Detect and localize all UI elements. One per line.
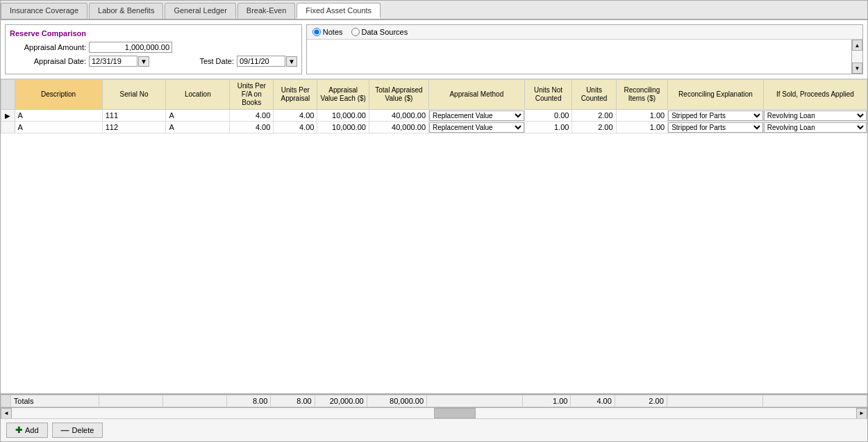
notes-textarea[interactable] (307, 40, 851, 74)
scroll-right-button[interactable]: ► (856, 408, 867, 419)
appraisal-date-row: Appraisal Date: ▼ Test Date: ▼ (10, 56, 297, 67)
add-button[interactable]: ✚ Add (6, 423, 48, 438)
appraisal-date-picker-button[interactable]: ▼ (138, 56, 149, 67)
totals-units-counted-cell: 4.00 (571, 395, 615, 407)
reserve-comparison-panel: Reserve Comparison Appraisal Amount: App… (5, 24, 302, 74)
cell-units-fa[interactable]: 4.00 (230, 122, 274, 133)
cell-serial[interactable]: 112 (102, 122, 166, 133)
cell-units-counted[interactable]: 2.00 (572, 122, 616, 133)
cell-total-appraised[interactable]: 40,000.00 (369, 122, 428, 133)
test-date-input[interactable] (237, 56, 285, 67)
totals-table: Totals 8.00 8.00 20,000.00 80,000.00 1.0… (1, 395, 867, 407)
appraisal-method-select[interactable]: Replacement Value (429, 110, 524, 121)
test-date-label: Test Date: (158, 57, 234, 65)
cell-appraisal-value-each[interactable]: 10,000.00 (317, 122, 369, 133)
reconciling-explanation-select[interactable]: Stripped for Parts (668, 122, 763, 133)
cell-units-not-counted[interactable]: 0.00 (524, 110, 572, 122)
cell-units-counted[interactable]: 2.00 (572, 110, 616, 122)
cell-location[interactable]: A (166, 122, 230, 133)
cell-reconciling-items[interactable]: 1.00 (616, 122, 668, 133)
table-wrapper[interactable]: Description Serial No Location Units Per… (1, 79, 867, 393)
table-row: ▶ A 111 A 4.00 4.00 10,000.00 40,000.00 … (1, 110, 867, 122)
data-sources-radio[interactable] (351, 28, 360, 36)
horizontal-scrollbar: ◄ ► (1, 407, 867, 418)
tab-bar: Insurance Coverage Labor & Benefits Gene… (1, 1, 867, 20)
notes-label: Notes (323, 28, 343, 36)
col-location-header: Location (166, 80, 230, 110)
row-arrow: ▶ (1, 110, 15, 122)
notes-header: Notes Data Sources (307, 25, 862, 40)
notes-panel: Notes Data Sources ▲ ▼ (306, 24, 863, 74)
col-units-appraisal-header: Units Per Appraisal (274, 80, 317, 110)
cell-reconciling-items[interactable]: 1.00 (616, 110, 668, 122)
scrollbar-up-button[interactable]: ▲ (852, 40, 862, 51)
tab-labor-benefits[interactable]: Labor & Benefits (89, 3, 163, 19)
col-reconciling-explanation-header: Reconciling Explanation (668, 80, 764, 110)
delete-button[interactable]: — Delete (52, 423, 103, 438)
top-section: Reserve Comparison Appraisal Amount: App… (1, 20, 867, 79)
col-reconciling-items-header: Reconciling Items ($) (616, 80, 668, 110)
test-date-picker-button[interactable]: ▼ (286, 56, 297, 67)
cell-if-sold[interactable]: Revolving Loan (763, 122, 867, 133)
tab-general-ledger[interactable]: General Ledger (165, 3, 235, 19)
app-container: Insurance Coverage Labor & Benefits Gene… (0, 0, 868, 442)
cell-reconciling-explanation[interactable]: Stripped for Parts (668, 122, 764, 133)
reserve-comparison-label: Reserve Comparison (10, 29, 297, 38)
col-indicator-header (1, 80, 15, 110)
test-date-wrapper: ▼ (237, 56, 297, 67)
cell-if-sold[interactable]: Revolving Loan (763, 110, 867, 122)
delete-icon: — (61, 425, 69, 435)
appraisal-date-input[interactable] (89, 56, 137, 67)
notes-radio[interactable] (312, 28, 321, 36)
tab-break-even[interactable]: Break-Even (237, 3, 295, 19)
cell-units-appraisal[interactable]: 4.00 (274, 122, 317, 133)
scroll-left-button[interactable]: ◄ (1, 408, 12, 419)
totals-units-not-counted-cell: 1.00 (523, 395, 571, 407)
cell-serial[interactable]: 111 (102, 110, 166, 122)
tab-fixed-asset-counts[interactable]: Fixed Asset Counts (297, 3, 381, 19)
cell-reconciling-explanation[interactable]: Stripped for Parts (668, 110, 764, 122)
cell-units-not-counted[interactable]: 1.00 (524, 122, 572, 133)
totals-reconciling-explanation-cell (667, 395, 762, 407)
reconciling-explanation-select[interactable]: Stripped for Parts (668, 110, 763, 121)
appraisal-amount-input[interactable] (89, 42, 172, 53)
totals-if-sold-cell (763, 395, 867, 407)
notes-radio-label[interactable]: Notes (312, 28, 343, 36)
notes-content: ▲ ▼ (307, 40, 862, 74)
if-sold-select[interactable]: Revolving Loan (764, 110, 867, 121)
scrollbar-down-button[interactable]: ▼ (852, 63, 862, 74)
cell-appraisal-method[interactable]: Replacement Value (429, 110, 525, 122)
appraisal-amount-label: Appraisal Amount: (10, 43, 86, 51)
table-row: A 112 A 4.00 4.00 10,000.00 40,000.00 Re… (1, 122, 867, 133)
scroll-track[interactable] (12, 408, 856, 418)
scrollbar-track (852, 51, 862, 63)
if-sold-select[interactable]: Revolving Loan (764, 122, 867, 133)
col-total-appraised-header: Total Appraised Value ($) (369, 80, 428, 110)
cell-location[interactable]: A (166, 110, 230, 122)
data-sources-label: Data Sources (362, 28, 408, 36)
bottom-toolbar: ✚ Add — Delete (1, 418, 867, 441)
add-icon: ✚ (15, 425, 22, 435)
totals-reconciling-items-cell: 2.00 (615, 395, 667, 407)
totals-location-cell (162, 395, 226, 407)
cell-units-fa[interactable]: 4.00 (230, 110, 274, 122)
table-section: Description Serial No Location Units Per… (1, 79, 867, 418)
scroll-thumb[interactable] (434, 408, 476, 418)
tab-insurance-coverage[interactable]: Insurance Coverage (1, 3, 87, 19)
data-sources-radio-label[interactable]: Data Sources (351, 28, 408, 36)
col-units-fa-header: Units Per F/A on Books (230, 80, 274, 110)
totals-arrow-cell (1, 395, 11, 407)
delete-label: Delete (72, 426, 94, 434)
col-units-not-counted-header: Units Not Counted (524, 80, 572, 110)
cell-desc[interactable]: A (15, 122, 102, 133)
cell-appraisal-value-each[interactable]: 10,000.00 (317, 110, 369, 122)
col-if-sold-header: If Sold, Proceeds Applied (763, 80, 867, 110)
totals-units-fa-cell: 8.00 (226, 395, 270, 407)
totals-row: Totals 8.00 8.00 20,000.00 80,000.00 1.0… (1, 393, 867, 407)
cell-units-appraisal[interactable]: 4.00 (274, 110, 317, 122)
cell-appraisal-method[interactable]: Replacement Value (429, 122, 525, 133)
col-serial-header: Serial No (102, 80, 166, 110)
appraisal-method-select[interactable]: Replacement Value (429, 122, 524, 133)
cell-desc[interactable]: A (15, 110, 102, 122)
cell-total-appraised[interactable]: 40,000.00 (369, 110, 428, 122)
